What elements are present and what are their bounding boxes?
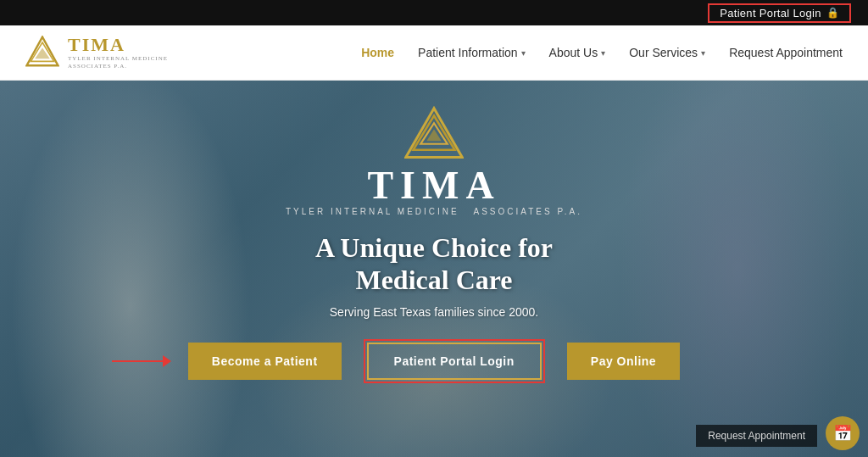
nav-link-home[interactable]: Home <box>361 46 394 59</box>
logo-text: TIMA TYLER INTERNAL MEDICINE ASSOCIATES … <box>68 35 168 70</box>
arrow-line <box>112 360 163 362</box>
navbar: TIMA TYLER INTERNAL MEDICINE ASSOCIATES … <box>0 25 868 81</box>
patient-portal-button[interactable]: Patient Portal Login <box>367 343 542 380</box>
chevron-down-icon: ▾ <box>701 48 705 58</box>
nav-item-request-appt[interactable]: Request Appointment <box>729 46 843 59</box>
request-appointment-float[interactable]: Request Appointment <box>696 425 817 447</box>
arrow-head <box>163 355 171 367</box>
logo-tima: TIMA <box>68 35 168 55</box>
logo-triangle-icon <box>25 36 59 70</box>
nav-item-patient-info[interactable]: Patient Information ▾ <box>418 46 526 59</box>
nav-item-about-us[interactable]: About Us ▾ <box>549 46 606 59</box>
arrow-indicator <box>112 355 171 367</box>
hero-content: TIMA TYLER INTERNAL MEDICINE ASSOCIATES … <box>188 81 680 380</box>
hero-triangle-icon <box>404 106 464 161</box>
chevron-down-icon: ▾ <box>601 48 605 58</box>
hero-section: TIMA TYLER INTERNAL MEDICINE ASSOCIATES … <box>0 81 868 457</box>
svg-marker-2 <box>35 47 50 59</box>
logo-area: TIMA TYLER INTERNAL MEDICINE ASSOCIATES … <box>25 35 168 70</box>
logo-subtitle: TYLER INTERNAL MEDICINE ASSOCIATES P.A. <box>68 55 168 70</box>
hero-buttons: Become a Patient Patient Portal Login Pa… <box>188 343 680 380</box>
calendar-icon: 📅 <box>833 424 852 443</box>
portal-button-wrapper: Patient Portal Login <box>367 343 542 380</box>
nav-item-our-services[interactable]: Our Services ▾ <box>629 46 705 59</box>
pay-online-button[interactable]: Pay Online <box>567 343 680 380</box>
nav-menu: Home Patient Information ▾ About Us ▾ Ou… <box>361 46 843 59</box>
hero-serving-text: Serving East Texas families since 2000. <box>330 305 538 319</box>
nav-link-patient-info[interactable]: Patient Information ▾ <box>418 46 526 59</box>
patient-portal-top-button[interactable]: Patient Portal Login 🔒 <box>708 3 851 23</box>
nav-item-home[interactable]: Home <box>361 46 394 59</box>
nav-link-our-services[interactable]: Our Services ▾ <box>629 46 705 59</box>
hero-tagline: A Unique Choice for Medical Care <box>315 231 553 297</box>
nav-link-request-appt[interactable]: Request Appointment <box>729 46 843 59</box>
hero-tima-text: TIMA <box>367 166 500 205</box>
patient-portal-top-label: Patient Portal Login <box>720 7 821 20</box>
hero-subtitle-text: TYLER INTERNAL MEDICINE ASSOCIATES P.A. <box>286 207 582 216</box>
nav-link-about-us[interactable]: About Us ▾ <box>549 46 606 59</box>
calendar-float-button[interactable]: 📅 <box>826 416 860 450</box>
lock-icon: 🔒 <box>826 7 839 19</box>
top-bar: Patient Portal Login 🔒 <box>0 0 868 25</box>
become-patient-button[interactable]: Become a Patient <box>188 343 342 380</box>
chevron-down-icon: ▾ <box>521 48 526 58</box>
